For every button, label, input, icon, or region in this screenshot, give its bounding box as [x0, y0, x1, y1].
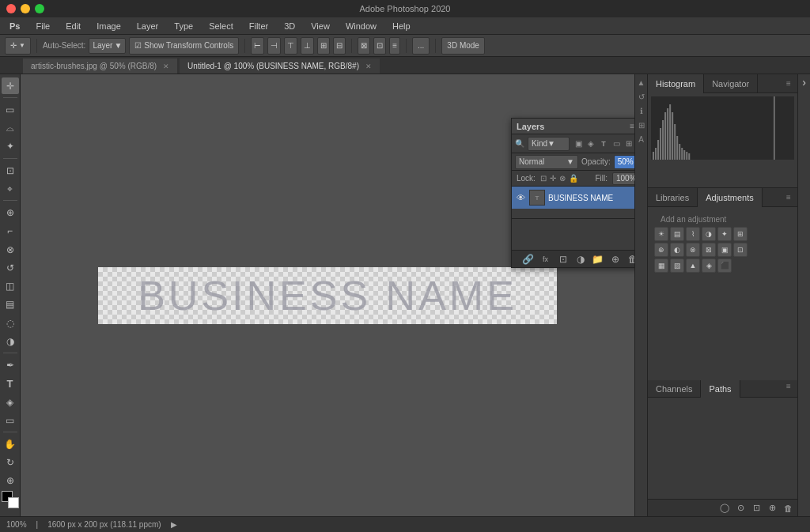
fg-bg-colors[interactable]: [2, 491, 19, 508]
menu-layer[interactable]: Layer: [134, 20, 162, 32]
new-group-btn[interactable]: 📁: [592, 253, 604, 266]
background-color[interactable]: [8, 497, 19, 508]
filter-shape-icon[interactable]: ▭: [611, 138, 622, 149]
eyedropper-tool[interactable]: ⌖: [2, 180, 19, 197]
tab-artistic-brushes[interactable]: artistic-brushes.jpg @ 50% (RGB/8) ✕: [22, 58, 178, 74]
paths-fill-btn[interactable]: ◯: [718, 502, 731, 515]
history-icon[interactable]: ↺: [637, 92, 646, 101]
filter-pixel-icon[interactable]: ▣: [573, 138, 584, 149]
add-mask-btn[interactable]: ⊡: [557, 253, 570, 266]
adj-vibrance-icon[interactable]: ✦: [717, 227, 732, 241]
new-layer-btn[interactable]: ⊕: [609, 253, 622, 266]
adj-bw-icon[interactable]: ◐: [670, 243, 684, 257]
menu-help[interactable]: Help: [389, 20, 414, 32]
marquee-tool[interactable]: ▭: [2, 101, 19, 118]
tab-paths[interactable]: Paths: [701, 380, 740, 398]
menu-type[interactable]: Type: [171, 20, 196, 32]
tab-close[interactable]: ✕: [163, 62, 169, 70]
menu-image[interactable]: Image: [93, 20, 124, 32]
character-icon[interactable]: A: [637, 134, 646, 144]
adj-levels-icon[interactable]: ▤: [670, 227, 684, 241]
filter-type-icon[interactable]: T: [598, 138, 609, 149]
lock-pixels-icon[interactable]: ⊡: [540, 174, 547, 183]
ps-logo[interactable]: Ps: [6, 20, 23, 32]
properties-icon[interactable]: ⊞: [637, 120, 646, 130]
collapse-right-btn[interactable]: ›: [800, 77, 809, 87]
distribute-btn[interactable]: ⊠: [358, 37, 370, 55]
channels-menu-icon[interactable]: ≡: [783, 380, 794, 391]
filter-adjust-icon[interactable]: ◈: [585, 138, 596, 149]
menu-edit[interactable]: Edit: [62, 20, 84, 32]
menu-3d[interactable]: 3D: [281, 20, 298, 32]
shape-tool[interactable]: ▭: [2, 412, 19, 428]
magic-wand-tool[interactable]: ✦: [2, 138, 19, 155]
zoom-tool[interactable]: ⊕: [2, 473, 19, 489]
align-right-btn[interactable]: ⊤: [284, 37, 297, 55]
align-center-h-btn[interactable]: ⊣: [267, 37, 281, 55]
path-select-tool[interactable]: ◈: [2, 394, 19, 410]
adj-hdr-icon[interactable]: ⬛: [717, 258, 732, 273]
adj-channel-icon[interactable]: ⊠: [702, 243, 716, 257]
rotate-tool[interactable]: ↻: [2, 455, 19, 471]
align-top-btn[interactable]: ⊥: [301, 37, 314, 55]
gradient-tool[interactable]: ▤: [2, 296, 19, 313]
crop-tool[interactable]: ⊡: [2, 162, 19, 179]
delete-layer-btn[interactable]: 🗑: [626, 253, 635, 266]
align-center-v-btn[interactable]: ⊞: [317, 37, 330, 55]
adj-poster-icon[interactable]: ▦: [654, 258, 668, 273]
minimize-button[interactable]: [21, 4, 30, 13]
tab-channels[interactable]: Channels: [648, 380, 701, 398]
close-button[interactable]: [6, 4, 16, 13]
adj-selective-icon[interactable]: ◈: [702, 258, 716, 273]
align-bottom-btn[interactable]: ⊟: [333, 37, 346, 55]
info-icon[interactable]: ℹ: [637, 106, 646, 115]
move-tool[interactable]: ✛: [2, 77, 19, 94]
auto-select-dropdown[interactable]: Layer ▼: [89, 38, 126, 54]
tab-adjustments[interactable]: Adjustments: [698, 188, 763, 207]
tab-untitled[interactable]: Untitled-1 @ 100% (BUSINESS NAME, RGB/8#…: [179, 58, 380, 74]
layers-menu-btn[interactable]: ≡: [630, 122, 634, 130]
move-tool-btn[interactable]: ✛ ▼: [5, 37, 31, 55]
menu-view[interactable]: View: [308, 20, 333, 32]
add-adjustment-btn[interactable]: ◑: [574, 253, 587, 266]
panel-menu-icon[interactable]: ≡: [783, 78, 794, 89]
pen-tool[interactable]: ✒: [2, 357, 19, 373]
adj-gradient-icon[interactable]: ▲: [686, 258, 700, 273]
window-controls[interactable]: [6, 4, 44, 13]
distribute2-btn[interactable]: ⊡: [373, 37, 386, 55]
adj-curves-icon[interactable]: ⌇: [686, 227, 700, 241]
clone-tool[interactable]: ⊗: [2, 241, 19, 258]
blend-mode-dropdown[interactable]: Normal ▼: [515, 155, 578, 169]
3d-mode-btn[interactable]: 3D Mode: [441, 37, 485, 55]
history-brush[interactable]: ↺: [2, 259, 19, 276]
menu-select[interactable]: Select: [206, 20, 237, 32]
maximize-button[interactable]: [35, 4, 44, 13]
paths-stroke-btn[interactable]: ⊙: [734, 502, 747, 515]
tab-navigator[interactable]: Navigator: [704, 74, 758, 93]
distribute3-btn[interactable]: ≡: [389, 37, 400, 55]
lasso-tool[interactable]: ⌓: [2, 119, 19, 136]
fill-input[interactable]: 100% ▼: [612, 172, 634, 185]
opacity-input[interactable]: 50% ▼: [614, 155, 634, 169]
adj-filter-icon[interactable]: ⊗: [686, 243, 700, 257]
menu-file[interactable]: File: [32, 20, 53, 32]
filter-smart-icon[interactable]: ⊞: [623, 138, 634, 149]
adj-hsl-icon[interactable]: ⊞: [733, 227, 748, 241]
type-tool[interactable]: T: [2, 375, 19, 392]
adj-colorbal-icon[interactable]: ⊕: [654, 243, 668, 257]
adj-panel-menu[interactable]: ≡: [783, 192, 794, 203]
link-layers-btn[interactable]: 🔗: [522, 253, 535, 266]
status-arrow[interactable]: ▶: [171, 520, 177, 529]
tab-histogram[interactable]: Histogram: [648, 74, 704, 93]
adj-brightness-icon[interactable]: ☀: [654, 227, 668, 241]
eraser-tool[interactable]: ◫: [2, 277, 19, 294]
paths-new-btn[interactable]: ⊕: [766, 502, 778, 515]
hand-tool[interactable]: ✋: [2, 436, 19, 452]
dodge-tool[interactable]: ◑: [2, 333, 19, 349]
lock-position-icon[interactable]: ✛: [550, 174, 556, 183]
menu-filter[interactable]: Filter: [246, 20, 271, 32]
adj-invert-icon[interactable]: ⊡: [733, 243, 748, 257]
fx-btn[interactable]: fx: [539, 253, 552, 266]
lock-all-icon[interactable]: 🔒: [569, 174, 578, 183]
blur-tool[interactable]: ◌: [2, 315, 19, 331]
